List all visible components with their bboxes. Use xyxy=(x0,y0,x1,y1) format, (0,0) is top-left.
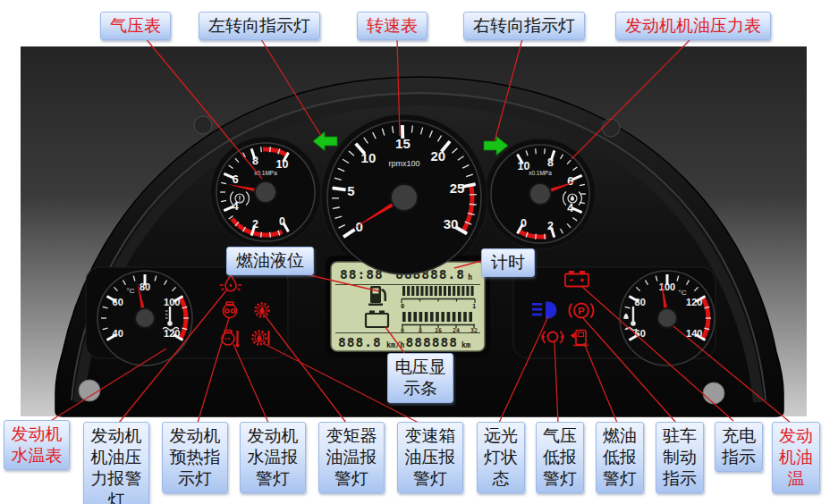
svg-text:16: 16 xyxy=(435,327,442,334)
svg-text:0: 0 xyxy=(401,303,404,310)
svg-text:8: 8 xyxy=(419,327,422,334)
label-low-fuel-warning-light: 燃油低报警灯 xyxy=(596,422,644,493)
svg-text:30: 30 xyxy=(444,216,459,231)
label-engine-water-temp-gauge: 发动机水温表 xyxy=(4,420,70,470)
label-engine-oil-temp: 发动机油温 xyxy=(772,422,820,493)
svg-text:15: 15 xyxy=(395,136,411,151)
label-voltage-display-bar: 电压显示条 xyxy=(387,353,453,403)
air-pressure-gauge: 0246810x0.1MPa xyxy=(216,143,315,241)
screw-hole xyxy=(194,116,212,134)
lcd-speed: 888.8 xyxy=(338,335,382,349)
label-torque-converter-oil-temp-warning-light: 变矩器油温报警灯 xyxy=(318,422,385,493)
svg-text:°C: °C xyxy=(679,289,687,297)
label-right-turn-indicator: 右转向指示灯 xyxy=(463,12,585,40)
label-tachometer: 转速表 xyxy=(357,12,427,40)
lcd-display: 88:88 888888.8 h 01 08162432 888.8 km/h … xyxy=(331,262,485,351)
tachometer-gauge: 051015202530rpmx100 xyxy=(327,121,481,274)
svg-text:2: 2 xyxy=(252,218,258,231)
label-engine-water-temp-warning-light: 发动机水温报警灯 xyxy=(240,422,306,493)
svg-text:60: 60 xyxy=(113,297,123,307)
svg-text:10: 10 xyxy=(361,150,377,165)
label-high-beam-status: 远光灯状态 xyxy=(477,422,525,493)
svg-text:rpmx100: rpmx100 xyxy=(388,159,419,168)
screw-hole xyxy=(79,380,100,401)
svg-text:6: 6 xyxy=(567,175,573,188)
label-charge-indicator: 充电指示 xyxy=(715,422,763,472)
engine-water-temp-gauge: 406080100120°C xyxy=(97,271,192,365)
svg-text:40: 40 xyxy=(113,328,123,339)
svg-text:x0.1MPa: x0.1MPa xyxy=(529,170,552,176)
svg-text:5: 5 xyxy=(347,183,354,198)
svg-text:8: 8 xyxy=(252,155,258,167)
svg-text:0: 0 xyxy=(279,215,285,228)
parking-brake-letter: P xyxy=(578,306,584,316)
svg-text:6: 6 xyxy=(233,173,239,186)
svg-text:8: 8 xyxy=(547,156,554,169)
svg-text:25: 25 xyxy=(450,181,465,196)
svg-text:4: 4 xyxy=(567,202,573,214)
svg-text:100: 100 xyxy=(659,281,675,292)
screw-hole xyxy=(703,382,724,404)
label-engine-preheat-indicator-light: 发动机预热指示灯 xyxy=(162,422,228,493)
label-engine-oil-pressure-gauge: 发动机机油压力表 xyxy=(615,12,771,40)
svg-text:80: 80 xyxy=(635,297,646,307)
label-hour-meter: 计时 xyxy=(481,248,535,277)
svg-text:0: 0 xyxy=(521,217,527,230)
screw-hole xyxy=(602,119,620,137)
svg-text:120: 120 xyxy=(686,297,702,307)
label-low-air-pressure-warning-light: 气压低报警灯 xyxy=(536,422,584,493)
svg-text:0: 0 xyxy=(401,327,404,334)
label-engine-oil-pressure-warning-light: 发动机机油压力报警灯 xyxy=(83,422,149,504)
label-air-pressure-gauge: 气压表 xyxy=(100,12,171,40)
svg-text:4: 4 xyxy=(233,200,239,213)
svg-text:140: 140 xyxy=(686,328,702,339)
lcd-odometer: 888888 xyxy=(406,335,458,349)
lcd-hours-unit: h xyxy=(468,273,472,281)
label-gearbox-oil-pressure-warning-light: 变速箱油压报警灯 xyxy=(397,422,463,493)
label-left-turn-indicator: 左转向指示灯 xyxy=(199,12,320,40)
svg-text:°C: °C xyxy=(127,287,135,295)
svg-text:80: 80 xyxy=(140,281,150,292)
slide: 88:88 888888.8 h 01 08162432 888.8 km/h … xyxy=(0,0,838,504)
svg-text:24: 24 xyxy=(453,327,460,334)
svg-text:2: 2 xyxy=(547,220,554,232)
label-fuel-level: 燃油液位 xyxy=(226,247,314,275)
svg-text:20: 20 xyxy=(430,148,445,164)
lcd-odo-unit: km xyxy=(461,340,470,349)
svg-text:1: 1 xyxy=(472,303,476,310)
svg-text:32: 32 xyxy=(470,327,478,334)
svg-text:100: 100 xyxy=(164,297,180,307)
svg-text:10: 10 xyxy=(276,158,289,171)
label-parking-brake-indicator: 驻车制动指示 xyxy=(656,422,704,493)
